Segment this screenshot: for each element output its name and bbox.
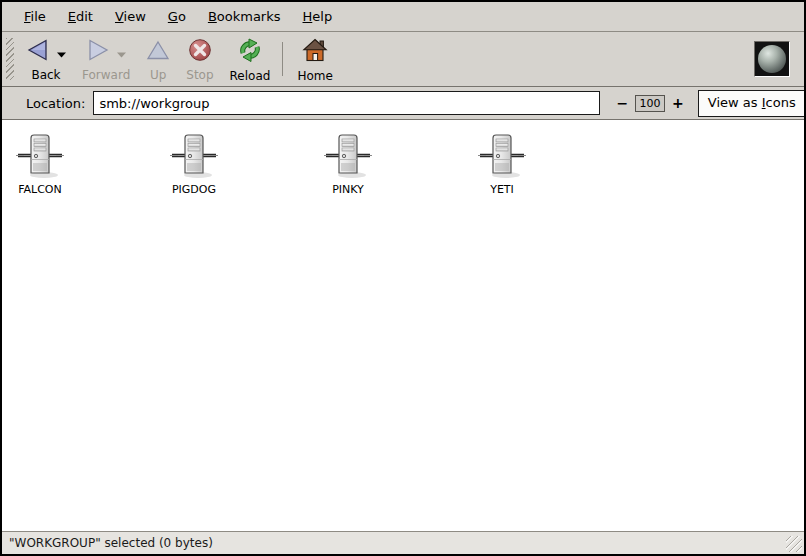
server-label: FALCON — [18, 183, 62, 196]
network-server-icon — [170, 133, 218, 180]
home-label: Home — [297, 69, 332, 83]
server-item-falcon[interactable]: FALCON — [2, 133, 78, 196]
location-input[interactable] — [93, 91, 600, 115]
server-item-pinky[interactable]: PINKY — [310, 133, 386, 196]
toolbar: Back Forward — [2, 32, 804, 87]
back-arrow-icon — [26, 38, 50, 66]
back-button[interactable]: Back — [18, 34, 74, 84]
stop-icon — [188, 38, 212, 66]
back-label: Back — [31, 68, 60, 82]
zoom-in-button[interactable]: + — [672, 96, 684, 110]
status-text: "WORKGROUP" selected (0 bytes) — [9, 536, 213, 550]
reload-label: Reload — [230, 69, 271, 83]
home-icon — [302, 38, 328, 67]
up-arrow-icon — [146, 38, 170, 66]
status-bar: "WORKGROUP" selected (0 bytes) — [2, 531, 804, 554]
reload-icon — [237, 38, 263, 67]
toolbar-grip[interactable] — [6, 38, 14, 80]
network-server-icon — [324, 133, 372, 180]
throbber-area — [754, 34, 798, 84]
menu-view[interactable]: View — [104, 5, 157, 28]
forward-button[interactable]: Forward — [74, 34, 138, 84]
stop-label: Stop — [186, 68, 213, 82]
location-label: Location: — [26, 96, 85, 111]
forward-label: Forward — [82, 68, 130, 82]
up-button[interactable]: Up — [138, 34, 178, 84]
toolbar-separator — [282, 42, 283, 76]
menu-help[interactable]: Help — [292, 5, 344, 28]
menu-bookmarks[interactable]: Bookmarks — [197, 5, 292, 28]
throbber-sphere — [758, 45, 786, 73]
home-button[interactable]: Home — [289, 34, 340, 84]
zoom-out-button[interactable]: − — [616, 96, 628, 110]
up-label: Up — [150, 68, 166, 82]
icon-view[interactable]: FALCON PIGDOG PINKY YETI — [2, 120, 804, 531]
globe-throbber-icon[interactable] — [754, 41, 790, 77]
menu-file[interactable]: File — [13, 5, 57, 28]
menu-bar: File Edit View Go Bookmarks Help — [2, 2, 804, 32]
back-dropdown-icon[interactable] — [57, 43, 66, 62]
resize-grip[interactable] — [786, 536, 802, 552]
zoom-level-indicator[interactable]: 100 — [635, 95, 665, 112]
view-as-label: View as Icons — [699, 91, 805, 116]
server-item-yeti[interactable]: YETI — [464, 133, 540, 196]
network-server-icon — [16, 133, 64, 180]
forward-dropdown-icon[interactable] — [117, 43, 126, 62]
location-bar: Location: − 100 + View as Icons — [2, 87, 804, 120]
file-manager-window: File Edit View Go Bookmarks Help Back — [0, 0, 806, 556]
view-as-dropdown[interactable]: View as Icons — [698, 90, 806, 117]
server-label: PINKY — [332, 183, 364, 196]
server-label: PIGDOG — [172, 183, 216, 196]
menu-go[interactable]: Go — [157, 5, 197, 28]
menu-edit[interactable]: Edit — [57, 5, 104, 28]
network-server-icon — [478, 133, 526, 180]
zoom-controls: − 100 + — [616, 95, 683, 112]
reload-button[interactable]: Reload — [222, 34, 279, 84]
server-item-pigdog[interactable]: PIGDOG — [156, 133, 232, 196]
stop-button[interactable]: Stop — [178, 34, 221, 84]
forward-arrow-icon — [86, 38, 110, 66]
server-label: YETI — [490, 183, 514, 196]
